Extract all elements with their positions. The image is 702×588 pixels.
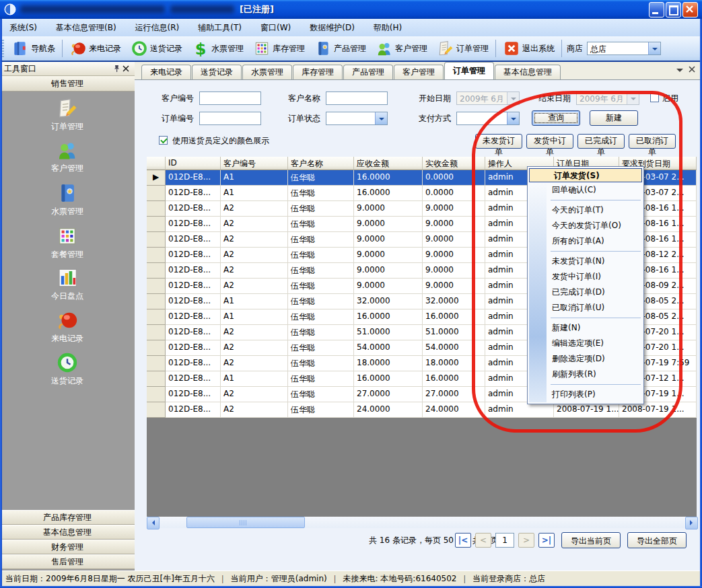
customer-button[interactable]: 客户管理 (371, 37, 432, 60)
minimize-button[interactable] (649, 2, 664, 17)
row-selector-cell[interactable] (147, 371, 166, 387)
context-menu-item[interactable]: 今天的订单(T) (528, 203, 643, 218)
context-menu-item[interactable]: 已取消订单(U) (528, 300, 643, 316)
menu-window[interactable]: 窗口(W) (251, 20, 300, 36)
tab-close-icon[interactable] (689, 66, 695, 73)
sidebar-group-product-inventory[interactable]: 产品库存管理 (0, 510, 135, 525)
water-ticket-button[interactable]: $ 水票管理 (187, 37, 248, 60)
sidebar-item-customer[interactable]: 客户管理 (0, 139, 135, 178)
pay-method-combobox[interactable] (456, 112, 520, 125)
page-input[interactable] (495, 533, 514, 548)
menu-system[interactable]: 系统(S) (0, 20, 46, 36)
filter-cancelled-button[interactable]: 已取消订单 (629, 134, 676, 149)
end-date-picker[interactable]: 2009年 6月 8日 (576, 91, 639, 105)
context-menu-item[interactable]: 未发货订单(N) (528, 254, 643, 269)
row-selector-cell[interactable] (147, 217, 166, 232)
export-current-page-button[interactable]: 导出当前页 (561, 532, 621, 548)
menu-data-maintenance[interactable]: 数据维护(D) (300, 20, 364, 36)
column-header-customer-code[interactable]: 客户编号 (221, 157, 288, 170)
column-header-receivable[interactable]: 应收金额 (354, 157, 423, 170)
row-selector-cell[interactable] (147, 387, 166, 402)
exit-button[interactable]: 退出系统 (498, 37, 559, 60)
context-menu-item[interactable]: 所有的订单(A) (528, 233, 643, 249)
filter-shipping-button[interactable]: 发货中订单 (526, 134, 573, 149)
maximize-button[interactable] (666, 2, 681, 17)
tab-product[interactable]: 产品管理 (343, 65, 393, 79)
chevron-down-icon[interactable] (648, 42, 660, 54)
context-menu-item[interactable]: 刷新列表(R) (528, 367, 643, 382)
sidebar-close-button[interactable] (121, 64, 131, 73)
pin-button[interactable] (112, 64, 121, 73)
tab-list-dropdown-icon[interactable] (676, 69, 683, 75)
customer-name-input[interactable] (326, 91, 388, 105)
context-menu-item[interactable]: 编辑选定项(E) (528, 336, 643, 351)
column-header-customer-name[interactable]: 客户名称 (288, 157, 354, 170)
order-status-combobox[interactable] (326, 112, 388, 125)
context-menu-item[interactable]: 发货中订单(I) (528, 269, 643, 285)
row-selector-cell[interactable] (147, 356, 166, 371)
filter-completed-button[interactable]: 已完成订单 (577, 134, 625, 149)
next-page-button[interactable]: > (518, 533, 534, 548)
chevron-down-icon[interactable] (507, 112, 519, 124)
color-display-checkbox[interactable] (159, 136, 168, 145)
menu-basic-info[interactable]: 基本信息管理(B) (46, 20, 126, 36)
sidebar-group-sales[interactable]: 销售管理 (0, 76, 135, 91)
tab-water-ticket[interactable]: 水票管理 (242, 65, 292, 79)
row-selector-cell[interactable] (147, 294, 166, 309)
context-menu-item[interactable]: 今天的发货订单(O) (528, 218, 643, 233)
table-row[interactable]: 012D-E8... A2 伍华聪 24.0000 24.0000 admin … (147, 402, 697, 418)
sidebar-item-daily-check[interactable]: 今日盘点 (0, 266, 135, 305)
export-all-pages-button[interactable]: 导出全部页 (627, 532, 687, 548)
row-selector-cell[interactable] (147, 263, 166, 279)
first-page-button[interactable]: |< (455, 533, 471, 548)
sidebar-group-after-sales[interactable]: 售后管理 (0, 554, 135, 569)
context-menu-item[interactable]: 已完成订单(D) (528, 285, 643, 300)
scroll-right-icon[interactable] (685, 517, 698, 529)
menu-help[interactable]: 帮助(H) (364, 20, 411, 36)
context-menu-item[interactable]: 新建(N) (528, 320, 643, 336)
sidebar-group-basic-info[interactable]: 基本信息管理 (0, 525, 135, 540)
row-selector-cell[interactable] (147, 279, 166, 294)
start-date-picker[interactable]: 2009年 6月 8日 (456, 91, 520, 105)
sidebar-item-call-record[interactable]: 来电记录 (0, 309, 135, 348)
row-selector-cell[interactable] (147, 309, 166, 325)
row-selector-cell[interactable]: ▶ (147, 170, 166, 186)
enable-date-checkbox[interactable] (650, 94, 659, 102)
scroll-left-icon[interactable] (147, 517, 160, 529)
sidebar-item-package[interactable]: 套餐管理 (0, 225, 135, 264)
sidebar-item-delivery-record[interactable]: 送货记录 (0, 351, 135, 390)
menu-aux-tools[interactable]: 辅助工具(T) (188, 20, 251, 36)
menu-runtime-info[interactable]: 运行信息(R) (126, 20, 189, 36)
column-header-received[interactable]: 实收金额 (423, 157, 485, 170)
order-code-input[interactable] (199, 112, 261, 125)
prev-page-button[interactable]: < (475, 533, 491, 548)
tab-customer[interactable]: 客户管理 (394, 65, 444, 79)
navigator-button[interactable]: 导航条 (7, 37, 60, 60)
customer-code-input[interactable] (199, 91, 261, 105)
row-selector-cell[interactable] (147, 325, 166, 340)
close-button[interactable] (682, 2, 698, 17)
horizontal-scrollbar[interactable] (147, 517, 697, 528)
inventory-button[interactable]: 库存管理 (248, 37, 310, 60)
context-menu-item[interactable]: 打印列表(P) (528, 387, 643, 402)
scrollbar-thumb[interactable] (186, 517, 305, 528)
context-menu-item[interactable]: 订单发货(S) (529, 168, 642, 182)
chevron-down-icon[interactable] (375, 112, 387, 124)
new-button[interactable]: 新建 (590, 110, 638, 126)
tab-delivery-record[interactable]: 送货记录 (192, 65, 242, 79)
sidebar-group-finance[interactable]: 财务管理 (0, 540, 135, 554)
tab-basic-info[interactable]: 基本信息管理 (495, 65, 561, 79)
query-button[interactable]: 查询 (532, 110, 580, 126)
context-menu-item[interactable]: 回单确认(C) (528, 182, 643, 198)
tab-order-management[interactable]: 订单管理 (444, 62, 494, 79)
sidebar-item-order[interactable]: 订单管理 (0, 97, 135, 136)
tab-inventory[interactable]: 库存管理 (293, 65, 343, 79)
row-selector-cell[interactable] (147, 340, 166, 356)
delivery-record-button[interactable]: 送货记录 (126, 37, 187, 60)
row-selector-cell[interactable] (147, 232, 166, 248)
row-selector-cell[interactable] (147, 248, 166, 263)
order-button[interactable]: 订单管理 (432, 37, 493, 60)
call-record-button[interactable]: 来电记录 (65, 37, 126, 60)
store-combobox[interactable]: 总店 (587, 42, 661, 55)
row-selector-cell[interactable] (147, 186, 166, 201)
